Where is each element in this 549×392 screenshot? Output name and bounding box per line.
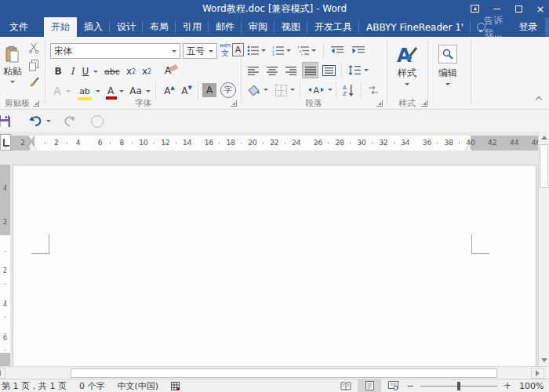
scroll-left-button[interactable] <box>0 368 5 379</box>
tab-review[interactable]: 审阅 <box>242 17 274 37</box>
first-line-indent-marker[interactable] <box>28 136 35 140</box>
tab-file[interactable]: 文件 <box>0 17 38 37</box>
bullets-button[interactable] <box>245 43 260 57</box>
undo-dropdown-arrow[interactable] <box>46 120 51 122</box>
minimize-button[interactable] <box>491 3 502 14</box>
borders-button[interactable] <box>273 82 289 98</box>
horizontal-scroll-thumb[interactable] <box>71 368 497 378</box>
zoom-slider-thumb[interactable] <box>457 382 460 390</box>
phonetic-guide-button[interactable]: wén 文 <box>219 41 231 60</box>
redo-button[interactable] <box>61 114 78 129</box>
scroll-right-button[interactable] <box>531 368 544 379</box>
line-spacing-dropdown-arrow[interactable] <box>364 69 369 71</box>
show-hide-marks-button[interactable] <box>365 82 381 98</box>
enclose-characters-button[interactable]: 字 <box>220 82 236 98</box>
multilevel-list-button[interactable]: 1 a i <box>296 43 310 57</box>
document-page[interactable] <box>13 165 536 366</box>
tab-mailings[interactable]: 邮件 <box>209 17 242 37</box>
copy-button[interactable] <box>26 59 42 71</box>
close-button[interactable]: × <box>535 3 546 14</box>
cut-button[interactable] <box>26 42 42 54</box>
underline-dropdown-arrow[interactable] <box>93 71 98 73</box>
tell-me-box[interactable]: 告诉我... <box>471 17 511 37</box>
zoom-out-button[interactable]: − <box>405 380 416 391</box>
read-mode-button[interactable] <box>334 379 358 392</box>
change-case-dropdown-arrow[interactable] <box>146 90 151 93</box>
font-dialog-launcher[interactable] <box>231 100 237 107</box>
text-effects-dropdown-arrow[interactable] <box>66 90 71 93</box>
styles-dialog-launcher[interactable] <box>421 100 427 107</box>
subscript-button[interactable]: x2 <box>124 64 138 79</box>
right-indent-marker[interactable] <box>466 146 472 151</box>
bullets-dropdown-arrow[interactable] <box>261 49 266 52</box>
shrink-font-button[interactable]: A▼ <box>179 82 195 100</box>
paragraph-dialog-launcher[interactable] <box>376 100 383 107</box>
grow-font-button[interactable]: A▲ <box>162 82 177 100</box>
tab-layout[interactable]: 布局 <box>143 17 176 37</box>
tab-references[interactable]: 引用 <box>176 17 209 37</box>
clear-formatting-button[interactable]: A <box>163 62 180 79</box>
editing-button[interactable]: 编辑 <box>432 40 464 90</box>
tab-home[interactable]: 开始 <box>44 17 77 37</box>
tab-view[interactable]: 视图 <box>274 17 307 37</box>
font-name-combobox[interactable]: 宋体 <box>50 43 180 59</box>
decrease-indent-button[interactable] <box>329 43 345 57</box>
language-indicator[interactable]: 中文(中国) <box>111 380 165 392</box>
shading-dropdown-arrow[interactable] <box>264 89 268 91</box>
maximize-button[interactable] <box>513 3 524 14</box>
character-border-button[interactable]: A <box>232 43 244 56</box>
tab-design[interactable]: 设计 <box>110 17 143 37</box>
sign-in-button[interactable]: 登录 <box>512 17 545 37</box>
tab-developer[interactable]: 开发工具 <box>307 17 359 37</box>
sort-button[interactable]: A Z <box>340 82 358 99</box>
highlight-dropdown-arrow[interactable] <box>96 90 100 93</box>
line-spacing-button[interactable] <box>347 63 362 78</box>
zoom-level-indicator[interactable]: 100% <box>513 381 549 391</box>
bold-button[interactable]: B <box>52 64 64 79</box>
multilevel-dropdown-arrow[interactable] <box>311 49 316 52</box>
distributed-button[interactable] <box>321 63 336 78</box>
word-count-indicator[interactable]: 0 个字 <box>73 380 111 392</box>
paste-button[interactable]: 粘贴 <box>2 40 24 89</box>
superscript-button[interactable]: x2 <box>140 64 154 79</box>
shading-button[interactable] <box>246 82 262 98</box>
asian-layout-dropdown-arrow[interactable] <box>328 89 333 91</box>
numbering-dropdown-arrow[interactable] <box>286 49 291 52</box>
clipboard-dialog-launcher[interactable] <box>33 100 39 107</box>
highlight-color-button[interactable]: ab <box>75 82 94 100</box>
change-case-button[interactable]: Aa <box>127 82 144 100</box>
styles-button[interactable]: A 样式 <box>391 40 424 90</box>
font-size-combobox[interactable]: 五号 <box>183 43 217 59</box>
font-color-button[interactable]: A <box>104 82 118 100</box>
macro-indicator[interactable] <box>165 382 186 390</box>
horizontal-scrollbar[interactable] <box>0 366 549 379</box>
tab-abbyy[interactable]: ABBYY FineReader 1' <box>359 17 471 37</box>
horizontal-ruler[interactable]: 2 24681012141618202224262830323436384042… <box>11 136 538 151</box>
italic-button[interactable]: I <box>67 64 77 79</box>
share-button[interactable]: 共享 <box>545 17 549 37</box>
underline-button[interactable]: U <box>80 64 91 79</box>
ribbon-display-options-button[interactable] <box>469 3 480 14</box>
strikethrough-button[interactable]: abc <box>102 64 122 79</box>
numbering-button[interactable]: 1 2 3 <box>271 43 285 57</box>
print-layout-button[interactable] <box>358 379 381 392</box>
save-button[interactable] <box>0 114 12 129</box>
undo-button[interactable] <box>27 114 44 129</box>
page-number-indicator[interactable]: 第 1 页，共 1 页 <box>0 380 73 392</box>
customize-qat-button[interactable] <box>89 114 105 129</box>
scroll-down-button[interactable] <box>539 354 549 366</box>
justify-button[interactable] <box>302 62 318 78</box>
format-painter-button[interactable] <box>26 76 42 89</box>
vertical-scroll-thumb[interactable] <box>540 144 548 188</box>
zoom-slider-track[interactable] <box>420 386 497 387</box>
zoom-in-button[interactable]: + <box>502 380 513 391</box>
vertical-ruler[interactable]: 42 246 <box>0 165 10 366</box>
asian-layout-button[interactable]: A <box>306 82 326 98</box>
align-left-button[interactable] <box>246 64 260 78</box>
font-color-dropdown-arrow[interactable] <box>119 90 124 93</box>
collapse-ribbon-chevron[interactable] <box>536 96 543 101</box>
tab-insert[interactable]: 插入 <box>77 17 110 37</box>
align-center-button[interactable] <box>265 64 279 78</box>
text-effects-button[interactable]: A <box>50 82 64 100</box>
character-shading-button[interactable]: A <box>202 83 216 97</box>
